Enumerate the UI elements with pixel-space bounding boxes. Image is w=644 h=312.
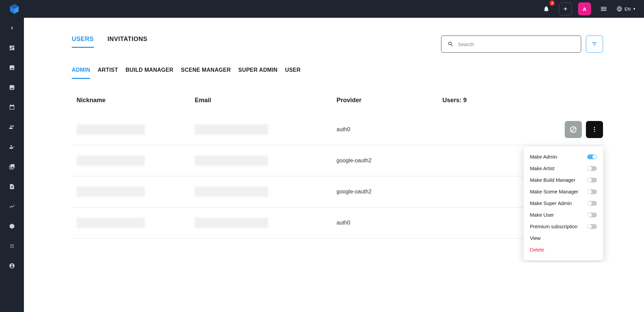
- image-alt-icon: [9, 84, 15, 91]
- notifications-button[interactable]: 3: [540, 2, 553, 15]
- grid-icon: [9, 45, 15, 51]
- cell-provider: google-oauth2: [337, 158, 442, 164]
- tab-scene-manager[interactable]: SCENE MANAGER: [181, 67, 231, 79]
- topbar: 3 A EN ▼: [0, 0, 644, 18]
- table-row: google-oauth2: [72, 176, 603, 207]
- toggle-make-super-admin[interactable]: [587, 201, 597, 206]
- toggle-make-artist[interactable]: [587, 166, 597, 171]
- svg-point-1: [10, 244, 12, 246]
- avatar-button[interactable]: A: [578, 2, 591, 15]
- cell-email-redacted: [195, 218, 268, 228]
- users-icon: [9, 124, 15, 130]
- tab-user[interactable]: USER: [285, 67, 301, 79]
- user-check-icon: [9, 144, 15, 150]
- main-content: USERS INVITATIONS ADMIN ARTIST BUILD MAN…: [24, 18, 644, 262]
- hamburger-icon: [600, 5, 607, 13]
- dropdown-make-scene-manager[interactable]: Make Scene Manager: [524, 186, 603, 198]
- tab-users[interactable]: USERS: [72, 36, 94, 48]
- toggle-make-admin[interactable]: [587, 154, 597, 159]
- cell-provider: auth0: [337, 126, 442, 133]
- cell-email-redacted: [195, 155, 268, 166]
- app-logo[interactable]: [8, 3, 20, 15]
- chevron-right-icon: [9, 25, 15, 31]
- bell-icon: [543, 5, 550, 12]
- sidebar-item-analytics[interactable]: [8, 202, 16, 211]
- image-icon: [9, 65, 15, 71]
- filter-button[interactable]: [586, 36, 603, 53]
- file-icon: [9, 184, 15, 190]
- table-row: auth0 Make Admin Make Artist Make Build …: [72, 114, 603, 145]
- dropdown-make-build-manager[interactable]: Make Build Manager: [524, 174, 603, 186]
- cell-provider: auth0: [337, 220, 442, 226]
- tab-artist[interactable]: ARTIST: [98, 67, 118, 79]
- svg-point-3: [10, 246, 12, 248]
- tab-admin[interactable]: ADMIN: [72, 67, 90, 79]
- sidebar: [0, 18, 24, 262]
- menu-button[interactable]: [597, 2, 610, 15]
- ban-button[interactable]: [565, 121, 582, 138]
- table-row: auth0: [72, 207, 603, 239]
- toggle-premium[interactable]: [587, 224, 597, 229]
- sidebar-item-calendar[interactable]: [8, 103, 16, 111]
- cell-nickname-redacted: [77, 155, 145, 166]
- header-nickname: Nickname: [72, 97, 195, 104]
- toggle-make-user[interactable]: [587, 213, 597, 217]
- sidebar-expand[interactable]: [8, 24, 16, 32]
- plus-icon: [562, 6, 568, 12]
- cube-icon: [9, 223, 15, 229]
- tabs-primary: USERS INVITATIONS: [72, 36, 147, 48]
- sidebar-item-user-check[interactable]: [8, 143, 16, 151]
- cell-nickname-redacted: [77, 218, 145, 228]
- sidebar-item-dashboard[interactable]: [8, 44, 16, 52]
- svg-point-4: [12, 246, 14, 248]
- cell-nickname-redacted: [77, 124, 145, 135]
- language-selector[interactable]: EN ▼: [616, 6, 636, 12]
- notif-badge: 3: [549, 0, 555, 6]
- dropdown-delete[interactable]: Delete: [524, 244, 603, 256]
- svg-point-8: [594, 129, 595, 130]
- tab-super-admin[interactable]: SUPER ADMIN: [238, 67, 278, 79]
- dropdown-make-admin[interactable]: Make Admin: [524, 151, 603, 163]
- lang-label: EN: [625, 6, 631, 12]
- toggle-make-build-manager[interactable]: [587, 178, 597, 182]
- more-button[interactable]: [586, 121, 603, 138]
- cell-provider: google-oauth2: [337, 189, 442, 195]
- toggle-make-scene-manager[interactable]: [587, 189, 597, 194]
- tabs-secondary: ADMIN ARTIST BUILD MANAGER SCENE MANAGER…: [72, 67, 603, 79]
- cell-email-redacted: [195, 187, 268, 197]
- tab-build-manager[interactable]: BUILD MANAGER: [126, 67, 174, 79]
- dropdown-make-user[interactable]: Make User: [524, 209, 603, 221]
- header-users-count: Users: 9: [442, 97, 603, 104]
- tab-invitations[interactable]: INVITATIONS: [108, 36, 148, 48]
- chevron-down-icon: ▼: [633, 7, 636, 11]
- svg-point-9: [594, 131, 595, 132]
- globe-icon: [616, 6, 622, 12]
- dots-grid-icon: [9, 243, 15, 249]
- svg-line-6: [572, 128, 575, 132]
- search-input[interactable]: [458, 41, 575, 47]
- table-row: [72, 239, 603, 249]
- search-icon: [448, 41, 454, 47]
- dropdown-view[interactable]: View: [524, 232, 603, 244]
- header-email: Email: [195, 97, 337, 104]
- filter-icon: [591, 41, 598, 48]
- sidebar-item-3d[interactable]: [8, 222, 16, 230]
- sidebar-item-gallery-1[interactable]: [8, 64, 16, 72]
- more-vert-icon: [591, 126, 598, 133]
- sidebar-item-users[interactable]: [8, 123, 16, 131]
- cell-email-redacted: [195, 124, 268, 135]
- search-box[interactable]: [441, 36, 581, 53]
- svg-point-7: [594, 127, 595, 128]
- add-button[interactable]: [559, 2, 572, 15]
- dropdown-premium[interactable]: Premium subscription: [524, 221, 603, 232]
- sidebar-item-file[interactable]: [8, 182, 16, 191]
- avatar-initial: A: [583, 6, 587, 12]
- sidebar-item-account[interactable]: [8, 262, 16, 262]
- dropdown-make-artist[interactable]: Make Artist: [524, 163, 603, 174]
- header-provider: Provider: [337, 97, 442, 104]
- sidebar-item-images[interactable]: [8, 163, 16, 171]
- images-icon: [9, 164, 15, 170]
- sidebar-item-gallery-2[interactable]: [8, 83, 16, 92]
- sidebar-item-apps[interactable]: [8, 242, 16, 250]
- dropdown-make-super-admin[interactable]: Make Super Admin: [524, 198, 603, 209]
